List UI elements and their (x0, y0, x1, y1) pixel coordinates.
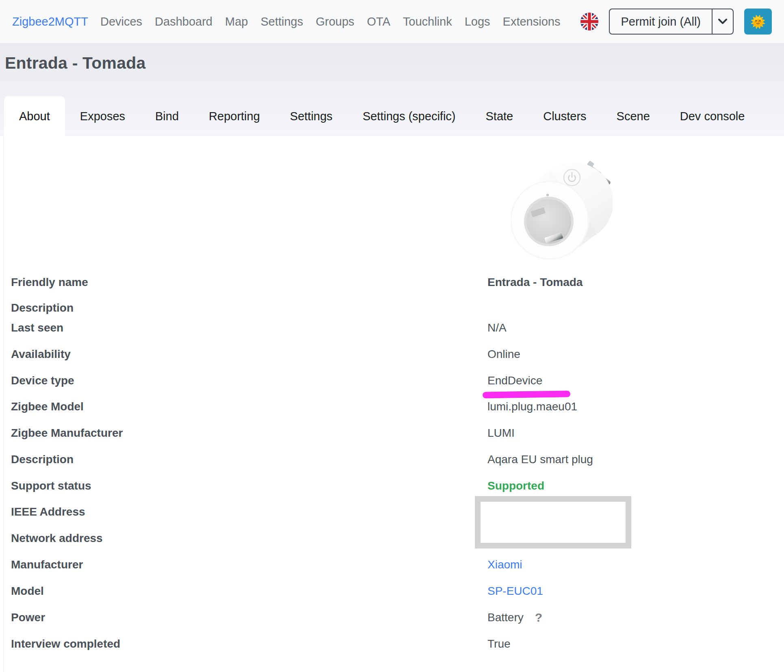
row-label: Description (11, 300, 74, 316)
support-status-value: Supported (487, 478, 544, 494)
theme-toggle-button[interactable]: 🌞 (744, 9, 772, 35)
interview-completed-value: True (487, 636, 511, 652)
device-photo-smart-plug (511, 159, 613, 265)
row-label: Network address (11, 530, 103, 546)
tab-settings[interactable]: Settings (275, 96, 348, 136)
power-source-value: Battery ? (487, 609, 542, 626)
table-row: Device type EndDevice (0, 373, 784, 389)
table-row: Description (0, 300, 784, 316)
row-label: Zigbee Model (11, 399, 84, 415)
table-row: Zigbee Model lumi.plug.maeu01 (0, 399, 784, 415)
friendly-name-value: Entrada - Tomada (487, 274, 583, 290)
brand-link[interactable]: Zigbee2MQTT (12, 15, 88, 28)
nav-item-logs[interactable]: Logs (465, 15, 490, 28)
table-row: Model SP-EUC01 (0, 583, 784, 599)
zigbee-manufacturer-value: LUMI (487, 425, 515, 441)
last-seen-value: N/A (487, 320, 507, 336)
tab-scene[interactable]: Scene (602, 96, 665, 136)
nav-menu: Devices Dashboard Map Settings Groups OT… (100, 15, 560, 28)
permit-join-split-button: Permit join (All) (609, 9, 734, 35)
row-label: Support status (11, 478, 91, 494)
row-label: IEEE Address (11, 504, 85, 520)
chevron-down-icon (718, 19, 727, 24)
help-question-icon: ? (535, 611, 542, 624)
nav-item-devices[interactable]: Devices (100, 15, 142, 28)
zigbee-model-value: lumi.plug.maeu01 (487, 399, 577, 415)
row-label: Zigbee Manufacturer (11, 425, 123, 441)
row-label: Availability (11, 346, 71, 362)
table-row: Network address (0, 530, 784, 546)
model-link[interactable]: SP-EUC01 (487, 583, 543, 599)
table-row: Last seen N/A (0, 320, 784, 336)
manufacturer-link[interactable]: Xiaomi (487, 557, 522, 573)
nav-item-map[interactable]: Map (225, 15, 248, 28)
table-row: Friendly name Entrada - Tomada (0, 274, 784, 290)
table-row: Description Aqara EU smart plug (0, 451, 784, 468)
tab-settings-specific[interactable]: Settings (specific) (348, 96, 471, 136)
tab-dev-console[interactable]: Dev console (665, 96, 760, 136)
row-label: Model (11, 583, 44, 599)
sun-icon: 🌞 (750, 15, 765, 29)
device-tabs: About Exposes Bind Reporting Settings Se… (4, 96, 760, 136)
table-row: Support status Supported (0, 478, 784, 494)
device-type-value: EndDevice (487, 373, 542, 389)
row-label: Manufacturer (11, 557, 83, 573)
row-label: Friendly name (11, 274, 88, 290)
table-row: Interview completed True (0, 636, 784, 652)
tab-state[interactable]: State (470, 96, 528, 136)
table-row: IEEE Address (0, 504, 784, 520)
nav-item-dashboard[interactable]: Dashboard (155, 15, 212, 28)
nav-item-settings[interactable]: Settings (260, 15, 303, 28)
permit-join-button[interactable]: Permit join (All) (610, 9, 712, 34)
row-label: Interview completed (11, 636, 120, 652)
permit-join-dropdown-toggle[interactable] (712, 9, 733, 34)
navbar-right: Permit join (All) 🌞 (580, 9, 772, 35)
availability-value: Online (487, 346, 520, 362)
language-flag-icon[interactable] (580, 13, 598, 30)
nav-item-ota[interactable]: OTA (367, 15, 390, 28)
zigbee2mqtt-app: Zigbee2MQTT Devices Dashboard Map Settin… (0, 0, 784, 672)
tab-about[interactable]: About (4, 96, 65, 136)
nav-item-touchlink[interactable]: Touchlink (403, 15, 452, 28)
tab-bind[interactable]: Bind (140, 96, 194, 136)
row-label: Device type (11, 373, 74, 389)
row-label: Last seen (11, 320, 63, 336)
device-description-value: Aqara EU smart plug (487, 451, 593, 468)
row-label: Power (11, 609, 45, 626)
table-row: Manufacturer Xiaomi (0, 557, 784, 573)
table-row: Availability Online (0, 346, 784, 362)
tab-exposes[interactable]: Exposes (65, 96, 140, 136)
table-row: Power Battery ? (0, 609, 784, 626)
navbar: Zigbee2MQTT Devices Dashboard Map Settin… (0, 0, 784, 43)
page-title: Entrada - Tomada (5, 54, 145, 73)
nav-item-groups[interactable]: Groups (316, 15, 354, 28)
table-row: Zigbee Manufacturer LUMI (0, 425, 784, 441)
nav-item-extensions[interactable]: Extensions (503, 15, 561, 28)
tab-clusters[interactable]: Clusters (528, 96, 601, 136)
address-redaction-box (475, 496, 631, 548)
pink-underline-annotation (483, 390, 570, 398)
tab-reporting[interactable]: Reporting (194, 96, 275, 136)
row-label: Description (11, 451, 74, 468)
